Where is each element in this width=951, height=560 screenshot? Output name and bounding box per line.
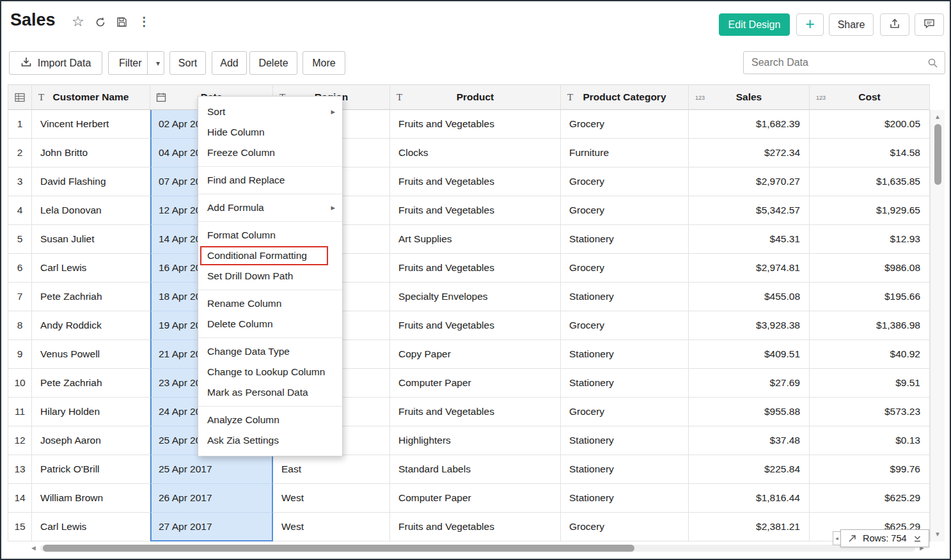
cell-customer[interactable]: William Brown [32,484,150,513]
cell-date-selected[interactable]: 27 Apr 2017 [150,513,273,541]
cell-customer[interactable]: Pete Zachriah [32,283,150,311]
cell-sales[interactable]: $455.08 [689,283,810,311]
menu-item-analyze-column[interactable]: Analyze Column [198,410,342,430]
cell-cost[interactable]: $625.29 [810,484,930,513]
cell-customer[interactable]: Susan Juliet [32,225,150,254]
cell-product[interactable]: Art Supplies [390,225,561,254]
scroll-left-arrow-icon[interactable]: ◄ [30,544,37,552]
cell-date-selected[interactable]: 25 Apr 2017 [150,455,273,484]
cell-category[interactable]: Grocery [561,398,689,426]
row-number[interactable]: 2 [8,139,32,167]
cell-cost[interactable]: $195.66 [810,283,930,311]
cell-customer[interactable]: John Britto [32,139,150,167]
cell-category[interactable]: Grocery [561,254,689,283]
row-number[interactable]: 10 [8,369,32,398]
cell-sales[interactable]: $409.51 [689,340,810,369]
go-to-last-row-icon[interactable] [913,534,922,543]
cell-product[interactable]: Fruits and Vegetables [390,196,561,225]
cell-cost[interactable]: $1,635.85 [810,167,930,196]
cell-product[interactable]: Specialty Envelopes [390,283,561,311]
cell-customer[interactable]: David Flashing [32,167,150,196]
more-button[interactable]: More [303,51,345,75]
add-new-button[interactable]: + [796,13,824,36]
cell-customer[interactable]: Carl Lewis [32,513,150,541]
cell-sales[interactable]: $5,342.57 [689,196,810,225]
cell-product[interactable]: Copy Paper [390,340,561,369]
cell-cost[interactable]: $986.08 [810,254,930,283]
search-input[interactable] [744,52,920,74]
filter-dropdown-arrow-icon[interactable]: ▾ [156,59,160,68]
row-number[interactable]: 6 [8,254,32,283]
cell-product[interactable]: Fruits and Vegetables [390,398,561,426]
cell-product[interactable]: Computer Paper [390,484,561,513]
collapse-handle[interactable]: ◂ [833,531,840,545]
column-header-sales[interactable]: 123 Sales [689,84,810,110]
cell-sales[interactable]: $272.34 [689,139,810,167]
cell-customer[interactable]: Pete Zachriah [32,369,150,398]
cell-category[interactable]: Grocery [561,110,689,139]
delete-button[interactable]: Delete [249,51,297,75]
column-header-product[interactable]: T Product [390,84,561,110]
expand-rows-icon[interactable] [847,534,857,543]
row-number[interactable]: 7 [8,283,32,311]
sort-button[interactable]: Sort [169,51,206,75]
menu-item-change-data-type[interactable]: Change Data Type [198,341,342,362]
row-number[interactable]: 14 [8,484,32,513]
row-number[interactable]: 5 [8,225,32,254]
row-number[interactable]: 8 [8,311,32,340]
menu-item-add-formula[interactable]: Add Formula ▸ [198,198,342,218]
cell-sales[interactable]: $2,970.27 [689,167,810,196]
cell-cost[interactable]: $9.51 [810,369,930,398]
import-data-button[interactable]: Import Data [9,51,102,75]
cell-customer[interactable]: Andy Roddick [32,311,150,340]
filter-button[interactable]: Filter ▾ [108,51,164,75]
cell-sales[interactable]: $1,682.39 [689,110,810,139]
row-number[interactable]: 11 [8,398,32,426]
row-number[interactable]: 4 [8,196,32,225]
cell-product[interactable]: Fruits and Vegetables [390,513,561,541]
cell-cost[interactable]: $12.93 [810,225,930,254]
menu-item-change-to-lookup-column[interactable]: Change to Lookup Column [198,362,342,382]
menu-item-sort[interactable]: Sort ▸ [198,102,342,122]
menu-item-find-and-replace[interactable]: Find and Replace [198,170,342,191]
cell-product[interactable]: Highlighters [390,426,561,455]
more-options-kebab-icon[interactable]: ⋮ [138,15,150,27]
cell-category[interactable]: Grocery [561,311,689,340]
cell-category[interactable]: Stationery [561,455,689,484]
cell-category[interactable]: Stationery [561,426,689,455]
cell-region[interactable]: West [273,484,390,513]
cell-category[interactable]: Stationery [561,340,689,369]
cell-category[interactable]: Grocery [561,167,689,196]
row-number[interactable]: 1 [8,110,32,139]
cell-category[interactable]: Stationery [561,369,689,398]
cell-product[interactable]: Fruits and Vegetables [390,254,561,283]
scroll-down-arrow-icon[interactable]: ▼ [931,529,945,540]
comments-button[interactable] [915,13,944,36]
cell-customer[interactable]: Lela Donovan [32,196,150,225]
cell-cost[interactable]: $1,386.98 [810,311,930,340]
column-header-cost[interactable]: 123 Cost [810,84,930,110]
row-number[interactable]: 3 [8,167,32,196]
cell-sales[interactable]: $225.84 [689,455,810,484]
cell-product[interactable]: Fruits and Vegetables [390,167,561,196]
cell-sales[interactable]: $955.88 [689,398,810,426]
cell-category[interactable]: Grocery [561,513,689,541]
cell-category[interactable]: Stationery [561,225,689,254]
cell-customer[interactable]: Hilary Holden [32,398,150,426]
column-header-customer-name[interactable]: T Customer Name [32,84,150,110]
cell-category[interactable]: Stationery [561,484,689,513]
cell-cost[interactable]: $0.13 [810,426,930,455]
menu-item-set-drill-down-path[interactable]: Set Drill Down Path [198,266,342,286]
horizontal-scrollbar[interactable]: ◄ ► [30,543,925,554]
search-icon[interactable] [927,58,938,71]
row-number[interactable]: 13 [8,455,32,484]
cell-region[interactable]: East [273,455,390,484]
menu-item-mark-as-personal-data[interactable]: Mark as Personal Data [198,382,342,403]
favorite-star-icon[interactable]: ☆ [72,15,84,29]
edit-design-button[interactable]: Edit Design [719,13,790,36]
cell-date-selected[interactable]: 26 Apr 2017 [150,484,273,513]
cell-customer[interactable]: Joseph Aaron [32,426,150,455]
horizontal-scrollbar-thumb[interactable] [43,545,634,552]
menu-item-ask-zia-settings[interactable]: Ask Zia Settings [198,430,342,451]
cell-customer[interactable]: Carl Lewis [32,254,150,283]
